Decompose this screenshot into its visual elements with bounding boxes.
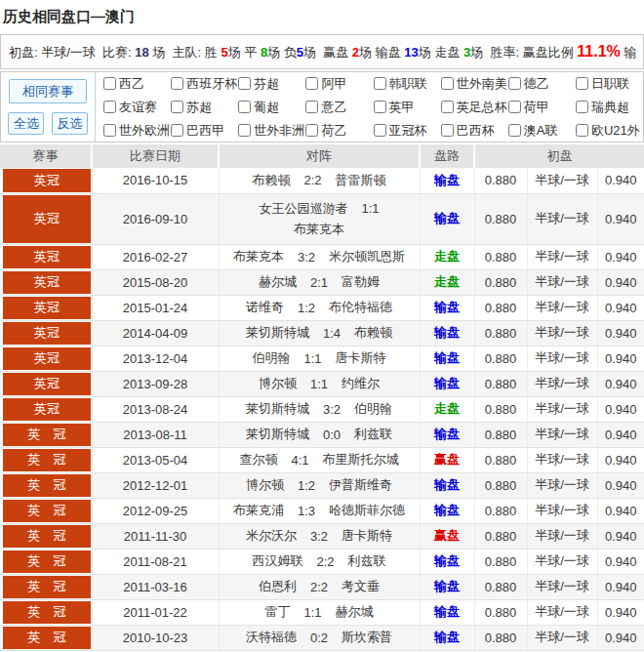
league-checkbox-label: 世外非洲 xyxy=(254,123,304,138)
league-checkbox[interactable] xyxy=(238,77,251,90)
match-score: 1:1 xyxy=(303,351,321,366)
league-filter-item[interactable]: 西班牙杯 xyxy=(171,76,238,91)
league-checkbox[interactable] xyxy=(374,124,386,137)
league-checkbox[interactable] xyxy=(103,124,116,137)
league-filter-item[interactable]: 芬超 xyxy=(238,76,305,91)
league-checkbox-label: 葡超 xyxy=(254,100,279,114)
handicap: 半球/一球 xyxy=(527,371,597,396)
league-filter-item[interactable]: 巴西甲 xyxy=(171,123,238,138)
match-date: 2014-04-09 xyxy=(92,320,219,346)
league-checkbox[interactable] xyxy=(171,101,183,113)
league-filter-item[interactable]: 苏超 xyxy=(171,100,238,114)
league-checkbox[interactable] xyxy=(441,124,454,137)
league-checkbox[interactable] xyxy=(576,101,588,113)
league-checkbox[interactable] xyxy=(508,77,521,90)
league-filter-item[interactable]: 英足总杯 xyxy=(441,100,508,114)
result-status: 输盘 xyxy=(420,472,474,498)
history-table: 赛事 比赛日期 对阵 盘路 初盘 英冠 2016-10-15 布赖顿 2:2 普… xyxy=(0,144,644,651)
league-checkbox[interactable] xyxy=(374,77,386,90)
odds-home: 0.880 xyxy=(474,574,527,599)
league-filter-item[interactable]: 世外非洲 xyxy=(238,123,305,138)
league-checkbox[interactable] xyxy=(171,77,183,90)
result-status: 赢盘 xyxy=(420,523,474,549)
league-filter-item[interactable]: 意乙 xyxy=(305,100,373,114)
league-checkbox[interactable] xyxy=(441,101,454,113)
match-score: 3:2 xyxy=(298,250,315,265)
league-badge: 英冠 xyxy=(3,373,91,395)
league-checkbox[interactable] xyxy=(238,124,251,137)
away-team: 利兹联 xyxy=(354,426,392,443)
stats-segment: 场 负 xyxy=(267,45,297,60)
league-filter-item[interactable]: 阿甲 xyxy=(305,76,373,91)
league-checkbox[interactable] xyxy=(441,77,454,90)
league-filter-item[interactable]: 荷乙 xyxy=(305,123,373,138)
league-filter-item[interactable]: 德乙 xyxy=(508,76,576,91)
league-checkbox[interactable] xyxy=(305,124,318,137)
league-filter-item[interactable]: 荷甲 xyxy=(508,100,576,114)
matchup: 米尔沃尔 3:2 唐卡斯特 xyxy=(220,527,420,545)
match-score: 1:1 xyxy=(361,201,379,216)
matchup: 西汉姆联 2:2 利兹联 xyxy=(220,552,420,570)
league-checkbox[interactable] xyxy=(305,101,318,113)
table-row: 英 冠 2011-01-22 雷丁 1:1 赫尔城 输盘 0.880 半球/一球… xyxy=(0,599,644,625)
match-date: 2013-08-24 xyxy=(92,396,219,422)
league-filter-item[interactable]: 世外欧洲 xyxy=(103,123,171,138)
table-row: 英冠 2016-10-15 布赖顿 2:2 普雷斯顿 输盘 0.880 半球/一… xyxy=(0,168,644,193)
league-checkbox[interactable] xyxy=(171,124,183,137)
table-row: 英 冠 2012-12-01 博尔顿 1:2 伊普斯维奇 输盘 0.880 半球… xyxy=(0,472,644,498)
league-badge: 英冠 xyxy=(3,271,91,294)
odds-home: 0.880 xyxy=(474,422,527,447)
league-filter-item[interactable]: 世外南美 xyxy=(441,76,508,91)
match-score: 1:2 xyxy=(298,478,315,493)
league-filter-item[interactable]: 韩职联 xyxy=(374,76,441,91)
league-checkbox[interactable] xyxy=(103,77,116,90)
odds-home: 0.880 xyxy=(474,193,527,244)
league-badge: 英 冠 xyxy=(3,576,91,598)
same-event-button[interactable]: 相同赛事 xyxy=(9,79,87,103)
invert-selection-button[interactable]: 反选 xyxy=(52,112,88,135)
league-checkbox-label: 荷甲 xyxy=(524,100,549,114)
home-team: 西汉姆联 xyxy=(252,552,302,570)
league-filter-item[interactable]: 亚冠杯 xyxy=(374,123,441,138)
league-filter-item[interactable]: 欧U21外 xyxy=(576,123,643,138)
odds-away: 0.940 xyxy=(597,422,644,447)
home-team: 赫尔城 xyxy=(259,273,297,291)
home-team: 布赖顿 xyxy=(252,172,290,189)
select-all-button[interactable]: 全选 xyxy=(8,112,44,135)
matchup: 博尔顿 1:1 约维尔 xyxy=(220,375,420,392)
league-filter-item[interactable]: 巴西杯 xyxy=(441,123,508,138)
stats-segment: 场 胜率: 赢盘比例 xyxy=(470,45,577,60)
league-filter-item[interactable]: 瑞典超 xyxy=(576,100,643,114)
odds-away: 0.940 xyxy=(597,168,644,193)
league-checkbox-label: 芬超 xyxy=(254,76,279,91)
stats-segment: 场 走盘 xyxy=(419,45,463,60)
away-team: 普雷斯顿 xyxy=(336,172,386,189)
league-checkbox[interactable] xyxy=(576,124,588,137)
league-checkbox[interactable] xyxy=(374,101,386,113)
odds-away: 0.940 xyxy=(597,346,644,371)
odds-away: 0.940 xyxy=(597,599,644,625)
league-filter-item[interactable]: 葡超 xyxy=(238,100,305,114)
home-team: 伯明翰 xyxy=(252,349,290,367)
league-filter-item[interactable]: 澳A联 xyxy=(508,123,576,138)
handicap: 半球/一球 xyxy=(527,193,597,244)
league-checkbox[interactable] xyxy=(103,101,116,113)
league-filter-item[interactable]: 友谊赛 xyxy=(103,100,171,114)
odds-away: 0.940 xyxy=(597,574,644,599)
league-filter-item[interactable]: 西乙 xyxy=(103,76,171,91)
away-team: 哈德斯菲尔德 xyxy=(329,502,405,519)
league-filter-item[interactable]: 日职联 xyxy=(576,76,643,91)
league-checkbox[interactable] xyxy=(508,101,521,113)
league-filter-item[interactable]: 英甲 xyxy=(374,100,441,114)
matchup: 博尔顿 1:2 伊普斯维奇 xyxy=(220,476,420,494)
league-checkbox-label: 阿甲 xyxy=(321,76,346,91)
stats-segment: 5 xyxy=(297,45,303,60)
league-checkbox[interactable] xyxy=(508,124,521,137)
league-checkbox[interactable] xyxy=(576,77,588,90)
handicap: 半球/一球 xyxy=(527,396,597,422)
handicap: 半球/一球 xyxy=(527,295,597,320)
league-checkbox[interactable] xyxy=(238,101,251,113)
league-checkbox[interactable] xyxy=(305,77,318,90)
result-status: 走盘 xyxy=(420,244,474,269)
league-badge: 英冠 xyxy=(3,322,91,345)
